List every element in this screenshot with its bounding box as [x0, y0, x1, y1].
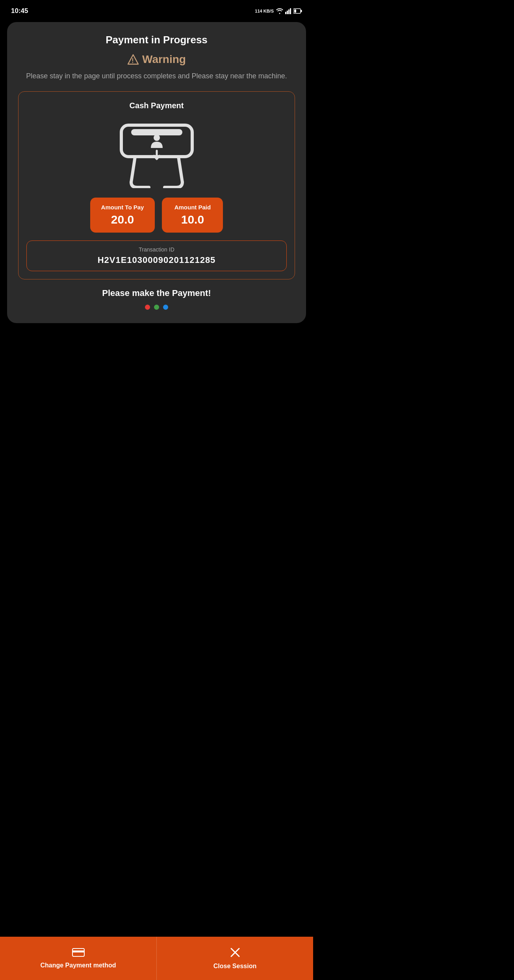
- dot-1: [145, 305, 150, 310]
- amount-to-pay-box: Amount To Pay 20.0: [90, 198, 155, 233]
- svg-rect-5: [301, 10, 302, 12]
- status-bar: 10:45 114 KB/S: [0, 0, 313, 19]
- amount-paid-value: 10.0: [173, 213, 212, 226]
- amount-row: Amount To Pay 20.0 Amount Paid 10.0: [26, 198, 287, 233]
- warning-title: Warning: [142, 53, 186, 66]
- status-icons: [276, 8, 302, 14]
- amount-paid-label: Amount Paid: [173, 204, 212, 211]
- transaction-box: Transaction ID H2V1E10300090201121285: [26, 240, 287, 271]
- svg-point-11: [154, 135, 160, 141]
- warning-text: Please stay in the page until process co…: [18, 70, 295, 82]
- svg-rect-2: [288, 9, 289, 14]
- transaction-id: H2V1E10300090201121285: [35, 255, 278, 265]
- amount-to-pay-label: Amount To Pay: [101, 204, 144, 211]
- card-title: Payment in Progress: [18, 34, 295, 46]
- make-payment-text: Please make the Payment!: [18, 288, 295, 298]
- amount-to-pay-value: 20.0: [101, 213, 144, 226]
- dot-3: [163, 305, 168, 310]
- main-card: Payment in Progress ! Warning Please sta…: [7, 22, 306, 323]
- payment-box-title: Cash Payment: [26, 101, 287, 110]
- svg-rect-3: [290, 8, 291, 14]
- amount-paid-box: Amount Paid 10.0: [162, 198, 223, 233]
- payment-box: Cash Payment: [18, 91, 295, 279]
- battery-icon: [293, 8, 302, 14]
- dot-2: [154, 305, 159, 310]
- wifi-icon: [276, 8, 283, 14]
- atm-icon: [113, 117, 200, 188]
- warning-heading: ! Warning: [18, 53, 295, 66]
- svg-rect-0: [285, 12, 286, 14]
- svg-rect-10: [131, 129, 182, 135]
- svg-rect-1: [287, 11, 288, 14]
- svg-rect-6: [294, 9, 296, 13]
- svg-text:!: !: [132, 57, 134, 64]
- network-speed: 114 KB/S: [255, 9, 274, 13]
- warning-triangle-icon: !: [127, 54, 139, 65]
- transaction-label: Transaction ID: [35, 246, 278, 253]
- status-right: 114 KB/S: [255, 8, 302, 14]
- warning-section: ! Warning Please stay in the page until …: [18, 53, 295, 82]
- signal-icon: [285, 8, 291, 14]
- progress-dots: [18, 305, 295, 310]
- status-time: 10:45: [11, 7, 28, 15]
- atm-icon-wrap: [26, 117, 287, 188]
